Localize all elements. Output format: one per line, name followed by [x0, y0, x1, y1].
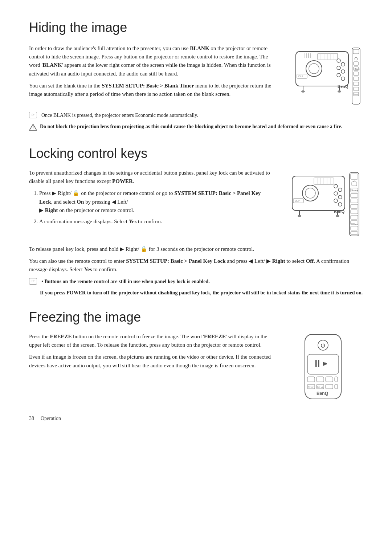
- section2-list: Press ▶ Right/ 🔒 on the projector or rem…: [39, 189, 274, 226]
- svg-rect-81: [307, 377, 315, 382]
- svg-rect-84: [335, 377, 338, 382]
- svg-text:⏸▶: ⏸▶: [312, 358, 327, 369]
- svg-rect-64: [352, 182, 357, 186]
- svg-point-8: [341, 62, 345, 66]
- svg-text:BenQ: BenQ: [334, 209, 345, 214]
- svg-point-11: [337, 73, 340, 77]
- footer-label: Operation: [41, 415, 61, 423]
- section-hiding-image: Hiding the image In order to draw the au…: [29, 17, 363, 133]
- section-locking: Locking control keys To prevent unauthor…: [29, 143, 363, 297]
- svg-point-53: [334, 192, 338, 195]
- svg-rect-67: [351, 193, 358, 197]
- section2-title: Locking control keys: [29, 143, 363, 164]
- svg-point-36: [301, 90, 305, 93]
- projector-svg-2: DLP BenQ: [285, 169, 361, 241]
- section2-release: To release panel key lock, press and hol…: [29, 245, 363, 253]
- svg-rect-89: [326, 384, 333, 389]
- svg-rect-82: [317, 377, 324, 382]
- svg-point-12: [341, 77, 345, 81]
- svg-text:DLP: DLP: [298, 75, 303, 78]
- svg-rect-90: [335, 384, 338, 389]
- svg-text:Timer: Timer: [308, 386, 314, 388]
- section3-freeze-image: ⏻ ⏸▶ Timer Set Up BenQ: [283, 332, 363, 401]
- svg-rect-75: [351, 232, 358, 234]
- section1-content-row: In order to draw the audience's full att…: [29, 44, 363, 108]
- remote-svg-freeze: ⏻ ⏸▶ Timer Set Up BenQ: [285, 332, 361, 401]
- svg-rect-71: [351, 215, 358, 219]
- section2-also: You can also use the remote control to e…: [29, 257, 363, 274]
- note1-text: Once BLANK is pressed, the projector ent…: [41, 111, 363, 119]
- svg-rect-70: [351, 210, 358, 214]
- section2-intro: To prevent unauthorized changes in the s…: [29, 169, 274, 186]
- section3-p2: Even if an image is frozen on the screen…: [29, 353, 274, 370]
- svg-point-9: [337, 66, 340, 70]
- page-number: 38: [29, 415, 34, 423]
- svg-text:BenQ: BenQ: [317, 391, 328, 396]
- svg-point-42: [305, 188, 315, 198]
- svg-rect-25: [354, 62, 359, 65]
- svg-text:!: !: [33, 126, 34, 130]
- svg-rect-15: [318, 53, 338, 60]
- section3-p1: Press the FREEZE button on the remote co…: [29, 332, 274, 350]
- svg-rect-83: [326, 377, 333, 382]
- svg-text:Set Up: Set Up: [317, 386, 324, 388]
- svg-point-2: [309, 64, 319, 74]
- svg-text:Blank: Blank: [355, 68, 360, 70]
- section1-projector-image: DLP BenQ Blank: [283, 44, 363, 108]
- note2a-text: • Buttons on the remote control are stil…: [41, 278, 363, 286]
- section3-title: Freezing the image: [29, 307, 363, 327]
- list-item-2: A confirmation message displays. Select …: [39, 217, 274, 226]
- svg-rect-28: [354, 72, 359, 76]
- section2-note1: ☞ • Buttons on the remote control are st…: [29, 278, 363, 286]
- list-item-1: Press ▶ Right/ 🔒 on the projector or rem…: [39, 189, 274, 215]
- section1-p2: You can set the blank time in the SYSTEM…: [29, 82, 274, 99]
- svg-rect-30: [354, 82, 359, 86]
- svg-rect-29: [354, 77, 359, 81]
- section3-content-row: Press the FREEZE button on the remote co…: [29, 332, 363, 401]
- section1-note1: ☞ Once BLANK is pressed, the projector e…: [29, 111, 363, 119]
- projector-svg-1: DLP BenQ Blank: [285, 44, 361, 108]
- svg-rect-31: [354, 87, 359, 91]
- svg-rect-69: [351, 204, 358, 208]
- section2-note2: If you press POWER to turn off the proje…: [29, 289, 363, 297]
- svg-point-54: [338, 195, 342, 199]
- svg-rect-23: [353, 49, 359, 54]
- svg-point-55: [334, 199, 338, 203]
- svg-point-61: [336, 215, 339, 217]
- svg-text:BenQ: BenQ: [354, 93, 359, 95]
- svg-point-52: [338, 188, 342, 192]
- section2-text: To prevent unauthorized changes in the s…: [29, 169, 274, 230]
- svg-point-41: [302, 185, 318, 201]
- note-icon-1: ☞: [29, 112, 37, 118]
- svg-point-24: [355, 57, 358, 60]
- section1-p1: In order to draw the audience's full att…: [29, 44, 274, 78]
- note2b-text: If you press POWER to turn off the proje…: [40, 289, 363, 297]
- section1-text: In order to draw the audience's full att…: [29, 44, 274, 102]
- svg-point-60: [298, 215, 301, 217]
- svg-rect-43: [314, 178, 334, 184]
- svg-rect-68: [351, 199, 358, 203]
- svg-point-51: [334, 184, 338, 188]
- svg-point-10: [341, 70, 345, 73]
- section2-content-row: To prevent unauthorized changes in the s…: [29, 169, 363, 241]
- svg-point-56: [338, 203, 342, 206]
- svg-rect-74: [351, 226, 358, 230]
- section3-text: Press the FREEZE button on the remote co…: [29, 332, 274, 374]
- svg-text:⏻: ⏻: [320, 343, 325, 348]
- section2-remote-image: DLP BenQ: [283, 169, 363, 241]
- warning-triangle-icon: !: [29, 123, 37, 133]
- section1-warning1: ! Do not block the projection lens from …: [29, 123, 363, 133]
- note-icon-2: ☞: [29, 278, 37, 285]
- warning1-text: Do not block the projection lens from pr…: [40, 123, 363, 131]
- svg-text:BenQ: BenQ: [351, 223, 356, 225]
- svg-text:DLP: DLP: [295, 200, 300, 202]
- page-footer: 38 Operation: [29, 415, 363, 423]
- svg-text:Source: Source: [351, 189, 359, 191]
- svg-point-1: [306, 61, 322, 77]
- svg-point-37: [338, 90, 341, 93]
- svg-rect-63: [351, 174, 358, 179]
- section1-title: Hiding the image: [29, 17, 363, 38]
- section-freezing: Freezing the image Press the FREEZE butt…: [29, 307, 363, 401]
